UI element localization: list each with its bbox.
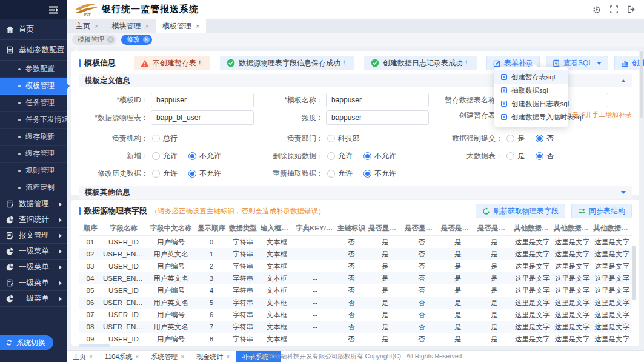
chip-close-icon[interactable]: × — [143, 36, 150, 43]
re-extract-yes-radio[interactable] — [327, 170, 335, 178]
tab-模板管理[interactable]: 模板管理× — [156, 19, 206, 33]
sidebar-item-缓存刷新[interactable]: 缓存刷新 — [0, 129, 67, 146]
content-scrollbar[interactable] — [640, 51, 643, 118]
sidebar-item-任务管理[interactable]: 任务管理 — [0, 95, 67, 112]
table-cell: 是 — [440, 238, 476, 247]
tab-close-icon[interactable]: × — [145, 22, 148, 30]
bottom-tab-label: 现金统计 — [196, 352, 223, 361]
delete-original-yes-label[interactable]: 允许 — [338, 151, 353, 161]
template-name-input[interactable] — [326, 93, 429, 107]
settings-gear-icon[interactable] — [593, 5, 601, 14]
tab-主页[interactable]: 主页× — [69, 19, 105, 33]
frequency-input[interactable] — [326, 110, 429, 125]
table-vertical-scrollbar[interactable] — [632, 246, 636, 300]
bottom-tab-close-icon[interactable]: × — [181, 354, 184, 360]
template-id-input[interactable] — [151, 93, 254, 107]
force-submit-no-label[interactable]: 否 — [546, 133, 554, 144]
sync-structure-button[interactable]: 同步表结构 — [571, 204, 632, 218]
table-row[interactable]: 01USER_ID用户编号0字符串文本框--否是否是是这里是文字这里是文字这里是… — [79, 236, 632, 248]
tab-close-icon[interactable]: × — [95, 22, 98, 30]
sidebar-item-缓存管理[interactable]: 缓存管理 — [0, 146, 67, 163]
delete-original-no-radio[interactable] — [363, 152, 371, 160]
bottom-tab-系统管理[interactable]: 系统管理× — [145, 351, 190, 362]
menu-item-创建数据日志表sql[interactable]: 创建数据日志表sql — [494, 97, 568, 110]
table-row[interactable]: 05USER_ID用户编号4字符串文本框--否是否是是这里是文字这里是文字这里是… — [79, 284, 632, 297]
modify-history-no-radio[interactable] — [188, 170, 196, 178]
collapse-down-icon[interactable] — [621, 191, 626, 194]
table-row[interactable]: 08USER_ENAME用户英文名7字符串文本框--否是否是是这里是文字这里是文… — [79, 321, 632, 333]
sidebar-group-一级菜单[interactable]: 一级菜单 — [0, 244, 67, 260]
force-submit-yes-radio[interactable] — [506, 135, 514, 142]
table-row[interactable]: 06USER_ENAME用户英文名5字符串文本框--否是否是是这里是文字这里是文… — [79, 297, 632, 309]
bottom-tab-现金统计[interactable]: 现金统计× — [190, 351, 236, 362]
logout-icon[interactable] — [627, 5, 636, 13]
dept-radio[interactable] — [327, 135, 335, 142]
sidebar-group-一级菜单[interactable]: 一级菜单 — [0, 260, 67, 275]
add-allowed-no-radio[interactable] — [188, 152, 196, 160]
org-option-label[interactable]: 总行 — [163, 133, 178, 144]
org-radio[interactable] — [152, 135, 160, 142]
add-allowed-yes-radio[interactable] — [152, 152, 160, 160]
re-extract-no-label[interactable]: 不允许 — [374, 169, 396, 179]
breadcrumb-chip-模板管理[interactable]: 模板管理× — [72, 35, 116, 45]
modify-history-yes-label[interactable]: 允许 — [163, 169, 178, 179]
tab-模块管理[interactable]: 模块管理× — [105, 19, 155, 33]
menu-item-创建暂存表sql[interactable]: 创建暂存表sql — [494, 70, 568, 84]
delete-original-no-label[interactable]: 不允许 — [374, 151, 396, 161]
menu-item-创建数据导入临时表sql[interactable]: 创建数据导入临时表sql — [494, 110, 568, 124]
sidebar-item-规则管理[interactable]: 规则管理 — [0, 163, 67, 179]
re-extract-yes-label[interactable]: 允许 — [338, 169, 353, 179]
table-row[interactable]: 07USER_ID用户编号6字符串文本框--否是否是是这里是文字这里是文字这里是… — [79, 309, 632, 321]
fullscreen-icon[interactable] — [610, 5, 618, 13]
sidebar-item-流程定制[interactable]: 流程定制 — [0, 179, 67, 196]
sidebar-group-查询统计[interactable]: 查询统计 — [0, 212, 67, 228]
sidebar-group-报文管理[interactable]: 报文管理 — [0, 228, 67, 244]
table-cell: 这里是文字 — [592, 310, 632, 320]
force-submit-no-radio[interactable] — [536, 135, 543, 142]
table-row[interactable]: 02USER_ENAME用户英文名1字符串文本框--否是否是是这里是文字这里是文… — [79, 248, 632, 260]
big-table-no-radio[interactable] — [536, 152, 543, 160]
table-row[interactable]: 09USER_ID用户编号8字符串文本框--否是否是是这里是文字这里是文字这里是… — [79, 333, 632, 345]
big-table-yes-radio[interactable] — [506, 152, 514, 160]
sidebar-group-数据管理[interactable]: 数据管理 — [0, 196, 67, 212]
big-table-no-label[interactable]: 否 — [546, 151, 554, 161]
source-table-input[interactable] — [151, 110, 254, 125]
dept-option-label[interactable]: 科技部 — [338, 133, 360, 144]
bottom-tab-close-icon[interactable]: × — [89, 354, 93, 360]
bottom-tab-close-icon[interactable]: × — [271, 354, 275, 360]
big-table-yes-label[interactable]: 是 — [517, 151, 525, 161]
bottom-tab-主页[interactable]: 主页× — [67, 351, 99, 362]
sidebar-collapse-button[interactable] — [0, 0, 67, 19]
sidebar-item-参数配置[interactable]: 参数配置 — [0, 61, 67, 78]
sidebar-group-一级菜单[interactable]: 一级菜单 — [0, 291, 67, 307]
add-allowed-yes-label[interactable]: 允许 — [163, 151, 178, 161]
sidebar-item-home[interactable]: 首页 — [0, 19, 67, 40]
sidebar-group-一级菜单[interactable]: 一级菜单 — [0, 275, 67, 291]
table-row[interactable]: 03USER_ID用户编号2字符串文本框--否是否是是这里是文字这里是文字这里是… — [79, 260, 632, 272]
sidebar-item-base-config[interactable]: 基础参数配置 — [0, 40, 67, 61]
system-switch-button[interactable]: 系统切换 — [0, 335, 53, 350]
add-allowed-no-label[interactable]: 不允许 — [199, 151, 221, 161]
menu-item-抽取数据sql[interactable]: 抽取数据sql — [494, 84, 568, 97]
bottom-tab-1104系统[interactable]: 1104系统× — [99, 351, 145, 362]
refresh-fields-button[interactable]: 刷新获取物理表字段 — [476, 204, 565, 218]
modify-history-no-label[interactable]: 不允许 — [199, 169, 221, 179]
modify-history-yes-radio[interactable] — [152, 170, 160, 178]
bottom-tab-补录系统[interactable]: 补录系统× — [236, 351, 281, 362]
other-info-section-bar[interactable]: 模板其他信息 — [79, 186, 632, 199]
field-force-submit: 数据强制提交： 是 否 — [429, 132, 637, 146]
table-row[interactable]: 04USER_ENAME用户英文名3字符串文本框--否是否是是这里是文字这里是文… — [79, 272, 632, 284]
bottom-tab-close-icon[interactable]: × — [136, 354, 139, 360]
delete-original-yes-radio[interactable] — [327, 152, 335, 160]
collapse-up-icon[interactable] — [621, 79, 626, 82]
table-horizontal-scrollbar[interactable] — [79, 344, 110, 347]
sidebar-item-模板管理[interactable]: 模板管理 — [0, 78, 67, 95]
chip-close-icon[interactable]: × — [107, 36, 114, 43]
force-submit-yes-label[interactable]: 是 — [517, 133, 525, 144]
re-extract-no-radio[interactable] — [363, 170, 371, 178]
tab-close-icon[interactable]: × — [196, 22, 199, 30]
bullet-dot-icon — [18, 85, 21, 87]
breadcrumb-chip-修改[interactable]: 修改× — [121, 35, 152, 45]
bottom-tab-close-icon[interactable]: × — [226, 354, 230, 360]
sidebar-item-任务下发情况[interactable]: 任务下发情况 — [0, 112, 67, 129]
